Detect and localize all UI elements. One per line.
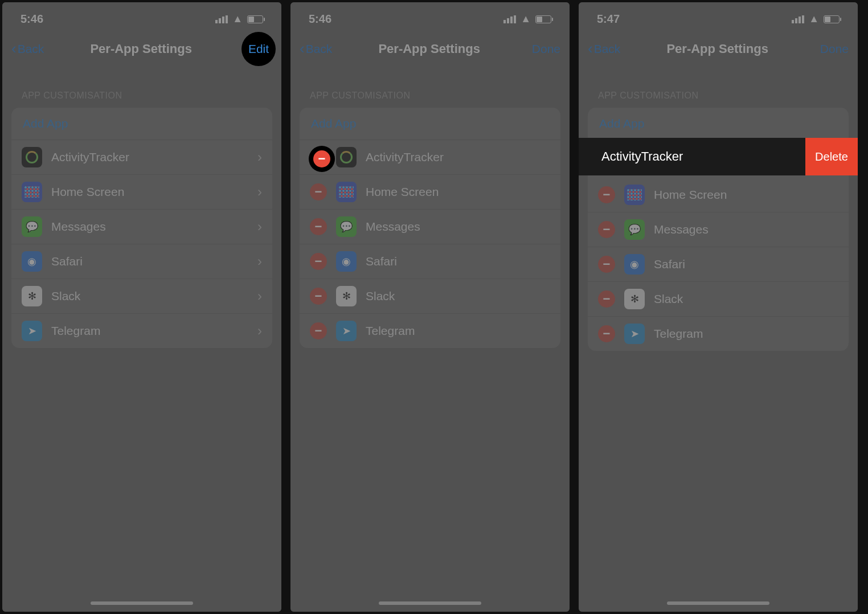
delete-toggle[interactable]: − xyxy=(598,290,615,308)
screen-1-view-mode: 5:46 ▲ ‹ Back Per-App Settings Edit Edit… xyxy=(2,2,281,612)
app-label: Safari xyxy=(51,255,83,268)
app-label: Safari xyxy=(654,257,685,271)
swiped-app-label[interactable]: ActivityTracker xyxy=(579,138,805,175)
list-item[interactable]: − ✻ Slack xyxy=(588,282,849,317)
cellular-icon xyxy=(503,15,516,23)
home-indicator[interactable] xyxy=(91,601,193,605)
slack-icon: ✻ xyxy=(22,286,42,306)
app-list: Add App ActivityTracker › Home Screen › … xyxy=(11,108,272,348)
clock: 5:46 xyxy=(309,13,331,26)
status-icons: ▲ xyxy=(503,13,551,25)
page-title: Per-App Settings xyxy=(378,42,480,56)
homescreen-icon xyxy=(22,182,42,202)
status-bar: 5:46 ▲ xyxy=(2,2,281,29)
back-button[interactable]: ‹ Back xyxy=(588,42,620,56)
battery-icon xyxy=(824,15,840,23)
app-label: Home Screen xyxy=(654,188,727,202)
page-title: Per-App Settings xyxy=(90,42,191,56)
list-item[interactable]: − Home Screen xyxy=(300,175,560,210)
slack-icon: ✻ xyxy=(336,286,357,306)
clock: 5:47 xyxy=(597,13,620,26)
back-label: Back xyxy=(594,42,621,56)
delete-toggle[interactable]: − xyxy=(310,322,327,339)
delete-toggle[interactable]: − xyxy=(598,325,615,342)
add-app-button[interactable]: Add App xyxy=(11,108,272,140)
wifi-icon: ▲ xyxy=(521,13,531,25)
list-item[interactable]: − ➤ Telegram xyxy=(588,317,849,351)
messages-icon: 💬 xyxy=(22,216,42,237)
cellular-icon xyxy=(792,15,804,23)
messages-icon: 💬 xyxy=(336,216,357,237)
app-label: Safari xyxy=(366,255,397,268)
home-indicator[interactable] xyxy=(379,601,481,605)
list-item[interactable]: − 💬 Messages xyxy=(588,212,849,247)
status-bar: 5:47 ▲ xyxy=(579,2,858,29)
delete-toggle[interactable]: − xyxy=(310,183,327,200)
list-item[interactable]: ➤ Telegram › xyxy=(11,314,272,348)
safari-icon: ◉ xyxy=(22,251,42,272)
list-item[interactable]: − Home Screen xyxy=(588,178,849,212)
delete-toggle[interactable]: − xyxy=(598,221,615,238)
chevron-left-icon: ‹ xyxy=(588,44,593,54)
done-button[interactable]: Done xyxy=(526,42,560,56)
list-item[interactable]: 💬 Messages › xyxy=(11,210,272,244)
chevron-right-icon: › xyxy=(257,219,262,235)
app-label: Home Screen xyxy=(366,185,439,199)
back-label: Back xyxy=(306,42,333,56)
battery-icon xyxy=(247,15,263,23)
messages-icon: 💬 xyxy=(624,219,645,240)
swipe-row: ActivityTracker Delete xyxy=(579,138,858,175)
delete-toggle[interactable]: − xyxy=(310,218,327,235)
homescreen-icon xyxy=(624,185,645,205)
add-app-button[interactable]: Add App xyxy=(588,108,849,140)
battery-icon xyxy=(535,15,551,23)
add-app-button[interactable]: Add App xyxy=(300,108,560,140)
nav-bar: ‹ Back Per-App Settings Done xyxy=(579,29,858,69)
activitytracker-icon xyxy=(336,147,357,167)
safari-icon: ◉ xyxy=(624,254,645,275)
status-bar: 5:46 ▲ xyxy=(290,2,570,29)
list-item[interactable]: − ◉ Safari xyxy=(300,244,560,279)
back-label: Back xyxy=(18,42,44,56)
list-item[interactable]: ActivityTracker › xyxy=(11,140,272,175)
delete-toggle[interactable]: − xyxy=(598,256,615,273)
tutorial-highlight-minus: − xyxy=(309,146,335,172)
delete-toggle[interactable]: − xyxy=(598,186,615,203)
delete-button[interactable]: Delete xyxy=(805,138,858,175)
page-title: Per-App Settings xyxy=(666,42,768,56)
list-item[interactable]: − ActivityTracker xyxy=(300,140,560,175)
delete-toggle[interactable]: − xyxy=(310,288,327,305)
list-item[interactable]: − 💬 Messages xyxy=(300,210,560,244)
list-item[interactable]: Home Screen › xyxy=(11,175,272,210)
done-button[interactable]: Done xyxy=(814,42,849,56)
delete-toggle-highlighted[interactable]: − xyxy=(313,150,330,167)
clock: 5:46 xyxy=(21,13,43,26)
list-item[interactable]: ✻ Slack › xyxy=(11,279,272,314)
section-header: APP CUSTOMISATION xyxy=(2,69,281,108)
chevron-right-icon: › xyxy=(257,323,262,339)
telegram-icon: ➤ xyxy=(624,324,645,344)
delete-toggle[interactable]: − xyxy=(310,253,327,270)
homescreen-icon xyxy=(336,182,357,202)
edit-button-highlighted[interactable]: Edit xyxy=(248,42,269,56)
app-label: Home Screen xyxy=(51,185,124,199)
back-button[interactable]: ‹ Back xyxy=(11,42,44,56)
status-icons: ▲ xyxy=(215,13,263,25)
back-button[interactable]: ‹ Back xyxy=(300,42,332,56)
chevron-left-icon: ‹ xyxy=(300,44,305,54)
screen-2-edit-mode: 5:46 ▲ ‹ Back Per-App Settings Done APP … xyxy=(290,2,570,612)
list-item[interactable]: − ➤ Telegram xyxy=(300,314,560,348)
app-label: ActivityTracker xyxy=(366,150,444,164)
cellular-icon xyxy=(215,15,228,23)
home-indicator[interactable] xyxy=(667,601,769,605)
list-item[interactable]: ◉ Safari › xyxy=(11,244,272,279)
status-icons: ▲ xyxy=(792,13,840,25)
chevron-right-icon: › xyxy=(257,253,262,269)
chevron-right-icon: › xyxy=(257,288,262,304)
list-item[interactable]: − ✻ Slack xyxy=(300,279,560,314)
telegram-icon: ➤ xyxy=(22,321,42,341)
app-label: Telegram xyxy=(654,327,703,341)
app-label: Slack xyxy=(654,292,683,306)
app-label: ActivityTracker xyxy=(51,150,129,164)
list-item[interactable]: − ◉ Safari xyxy=(588,247,849,282)
